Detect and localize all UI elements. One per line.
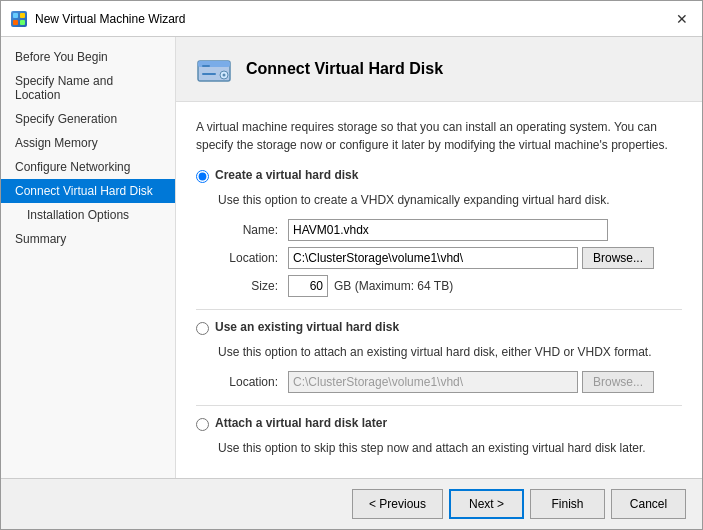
page-title: Connect Virtual Hard Disk	[246, 60, 443, 78]
option-later-radio-row: Attach a virtual hard disk later	[196, 416, 682, 431]
window-title: New Virtual Machine Wizard	[35, 12, 186, 26]
sidebar-item-specify-name[interactable]: Specify Name and Location	[1, 69, 175, 107]
sidebar-item-summary[interactable]: Summary	[1, 227, 175, 251]
svg-rect-0	[13, 13, 18, 18]
svg-rect-2	[13, 20, 18, 25]
next-button[interactable]: Next >	[449, 489, 524, 519]
location-label-2: Location:	[218, 375, 288, 389]
wizard-window: New Virtual Machine Wizard ✕ Before You …	[0, 0, 703, 530]
location-input-2[interactable]	[288, 371, 578, 393]
size-unit: GB (Maximum: 64 TB)	[334, 279, 453, 293]
svg-point-7	[223, 74, 226, 77]
create-form: Name: Location: Browse... Size: GB (Maxi…	[218, 219, 682, 297]
sidebar-item-configure-networking[interactable]: Configure Networking	[1, 155, 175, 179]
option-existing-radio-row: Use an existing virtual hard disk	[196, 320, 682, 335]
size-input[interactable]	[288, 275, 328, 297]
content-area: Before You Begin Specify Name and Locati…	[1, 37, 702, 478]
main-header: Connect Virtual Hard Disk	[176, 37, 702, 102]
option-create-block: Create a virtual hard disk Use this opti…	[196, 168, 682, 297]
sidebar-item-specify-generation[interactable]: Specify Generation	[1, 107, 175, 131]
window-icon	[11, 11, 27, 27]
sidebar-item-connect-disk[interactable]: Connect Virtual Hard Disk	[1, 179, 175, 203]
sidebar: Before You Begin Specify Name and Locati…	[1, 37, 176, 478]
name-label: Name:	[218, 223, 288, 237]
existing-form: Location: Browse...	[218, 371, 682, 393]
location-input-1[interactable]	[288, 247, 578, 269]
page-description: A virtual machine requires storage so th…	[196, 118, 682, 154]
title-bar: New Virtual Machine Wizard ✕	[1, 1, 702, 37]
size-label: Size:	[218, 279, 288, 293]
option-existing-label[interactable]: Use an existing virtual hard disk	[215, 320, 399, 334]
size-row: Size: GB (Maximum: 64 TB)	[218, 275, 682, 297]
svg-rect-8	[202, 65, 210, 67]
existing-location-row: Location: Browse...	[218, 371, 682, 393]
option-later-desc: Use this option to skip this step now an…	[218, 439, 682, 457]
finish-button[interactable]: Finish	[530, 489, 605, 519]
separator-1	[196, 309, 682, 310]
previous-button[interactable]: < Previous	[352, 489, 443, 519]
option-create-radio[interactable]	[196, 170, 209, 183]
location-row: Location: Browse...	[218, 247, 682, 269]
sidebar-item-assign-memory[interactable]: Assign Memory	[1, 131, 175, 155]
main-body: A virtual machine requires storage so th…	[176, 102, 702, 478]
svg-rect-1	[20, 13, 25, 18]
sidebar-item-installation-options[interactable]: Installation Options	[1, 203, 175, 227]
close-button[interactable]: ✕	[672, 9, 692, 29]
hard-disk-icon	[196, 51, 232, 87]
option-create-radio-row: Create a virtual hard disk	[196, 168, 682, 183]
name-input[interactable]	[288, 219, 608, 241]
option-create-label[interactable]: Create a virtual hard disk	[215, 168, 358, 182]
option-later-label[interactable]: Attach a virtual hard disk later	[215, 416, 387, 430]
main-panel: Connect Virtual Hard Disk A virtual mach…	[176, 37, 702, 478]
name-row: Name:	[218, 219, 682, 241]
option-create-desc: Use this option to create a VHDX dynamic…	[218, 191, 682, 209]
option-later-radio[interactable]	[196, 418, 209, 431]
location-label-1: Location:	[218, 251, 288, 265]
option-later-block: Attach a virtual hard disk later Use thi…	[196, 416, 682, 457]
cancel-button[interactable]: Cancel	[611, 489, 686, 519]
browse-button-1[interactable]: Browse...	[582, 247, 654, 269]
footer: < Previous Next > Finish Cancel	[1, 478, 702, 529]
separator-2	[196, 405, 682, 406]
sidebar-item-before-you-begin[interactable]: Before You Begin	[1, 45, 175, 69]
svg-rect-9	[202, 73, 216, 75]
svg-rect-3	[20, 20, 25, 25]
option-existing-radio[interactable]	[196, 322, 209, 335]
option-existing-desc: Use this option to attach an existing vi…	[218, 343, 682, 361]
option-existing-block: Use an existing virtual hard disk Use th…	[196, 320, 682, 393]
title-bar-left: New Virtual Machine Wizard	[11, 11, 186, 27]
browse-button-2[interactable]: Browse...	[582, 371, 654, 393]
